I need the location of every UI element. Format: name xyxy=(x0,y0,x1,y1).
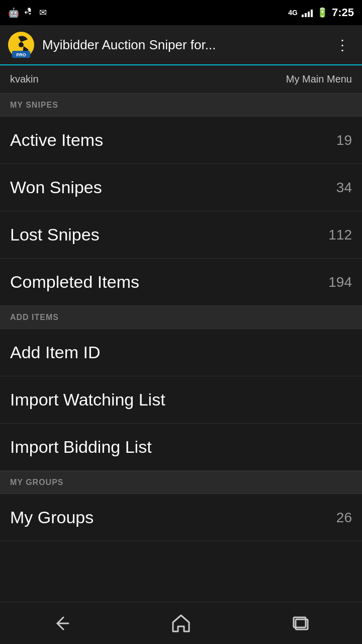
app-logo: PRO xyxy=(8,32,34,58)
svg-marker-5 xyxy=(173,615,189,631)
lost-snipes-menu-item[interactable]: Lost Snipes 112 xyxy=(0,211,362,259)
recents-icon xyxy=(291,612,313,634)
import-bidding-list-menu-item[interactable]: Import Bidding List xyxy=(0,424,362,471)
import-bidding-label: Import Bidding List xyxy=(10,437,152,457)
my-snipes-section-header: MY SNIPES xyxy=(0,94,362,117)
active-items-count: 19 xyxy=(336,132,352,148)
add-item-id-label: Add Item ID xyxy=(10,343,101,362)
battery-icon: 🔋 xyxy=(317,7,328,18)
my-groups-label: My Groups xyxy=(10,508,94,527)
svg-point-1 xyxy=(19,42,24,47)
completed-items-menu-item[interactable]: Completed Items 194 xyxy=(0,259,362,306)
home-icon xyxy=(170,612,192,634)
my-groups-section-label: MY GROUPS xyxy=(10,478,64,487)
back-icon xyxy=(49,612,71,634)
lte-badge: 4G xyxy=(288,9,298,17)
android-icon: 🤖 xyxy=(8,7,19,18)
app-bar: PRO Myibidder Auction Sniper for... ⋮ xyxy=(0,25,362,65)
lost-snipes-count: 112 xyxy=(328,227,352,243)
back-button[interactable] xyxy=(40,608,80,638)
import-watching-list-menu-item[interactable]: Import Watching List xyxy=(0,376,362,424)
username-label: kvakin xyxy=(10,73,39,85)
user-bar: kvakin My Main Menu xyxy=(0,65,362,94)
import-watching-label: Import Watching List xyxy=(10,390,165,410)
my-groups-menu-item[interactable]: My Groups 26 xyxy=(0,494,362,541)
add-items-label: ADD ITEMS xyxy=(10,313,59,322)
won-snipes-label: Won Snipes xyxy=(10,178,102,197)
won-snipes-menu-item[interactable]: Won Snipes 34 xyxy=(0,164,362,211)
main-menu-link[interactable]: My Main Menu xyxy=(286,73,352,85)
app-title: Myibidder Auction Sniper for... xyxy=(42,37,216,53)
usb-icon xyxy=(24,7,34,19)
status-left: 🤖 ✉ xyxy=(8,7,47,19)
my-groups-section-header: MY GROUPS xyxy=(0,471,362,494)
status-right: 4G 🔋 7:25 xyxy=(288,6,354,19)
app-bar-left: PRO Myibidder Auction Sniper for... xyxy=(8,32,216,58)
content: MY SNIPES Active Items 19 Won Snipes 34 … xyxy=(0,94,362,584)
my-groups-count: 26 xyxy=(336,510,352,526)
overflow-menu-button[interactable]: ⋮ xyxy=(331,33,354,57)
recents-button[interactable] xyxy=(282,608,322,638)
completed-items-label: Completed Items xyxy=(10,272,139,292)
bottom-nav xyxy=(0,602,362,644)
status-bar: 🤖 ✉ 4G 🔋 7:25 xyxy=(0,0,362,25)
won-snipes-count: 34 xyxy=(336,180,352,196)
add-item-id-menu-item[interactable]: Add Item ID xyxy=(0,329,362,376)
my-snipes-label: MY SNIPES xyxy=(10,101,58,110)
completed-items-count: 194 xyxy=(328,274,352,290)
home-button[interactable] xyxy=(161,608,201,638)
active-items-label: Active Items xyxy=(10,130,103,150)
lost-snipes-label: Lost Snipes xyxy=(10,225,100,245)
gmail-icon: ✉ xyxy=(39,7,47,18)
svg-text:PRO: PRO xyxy=(16,52,26,57)
active-items-menu-item[interactable]: Active Items 19 xyxy=(0,117,362,164)
status-time: 7:25 xyxy=(332,6,354,19)
signal-bars xyxy=(302,8,313,17)
add-items-section-header: ADD ITEMS xyxy=(0,306,362,329)
